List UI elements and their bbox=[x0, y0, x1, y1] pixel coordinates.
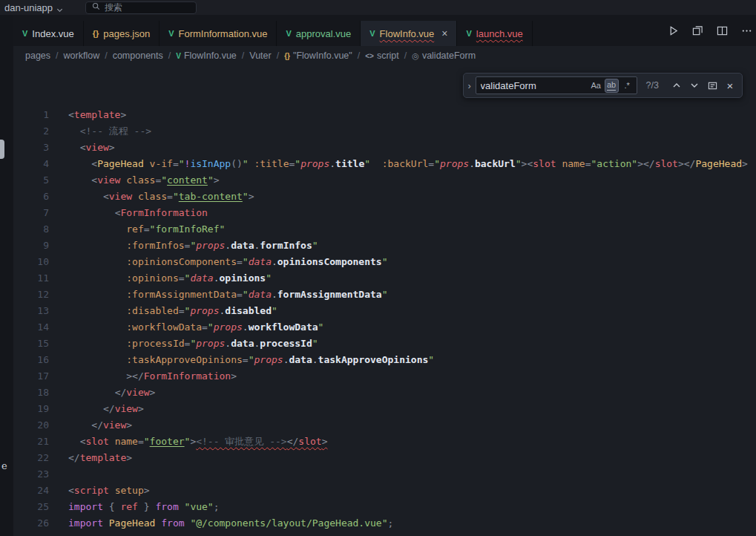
run-dev-button[interactable] bbox=[691, 24, 704, 37]
breadcrumb-item[interactable]: ◎validateForm bbox=[412, 50, 476, 61]
code-line[interactable]: 18 </view> bbox=[13, 385, 756, 401]
code-line[interactable]: 11 :opinions="data.opinions" bbox=[13, 270, 756, 287]
code-line[interactable]: 26import PageHead from "@/components/lay… bbox=[13, 515, 756, 532]
code-line[interactable]: 20 </view> bbox=[13, 417, 756, 434]
tab-pages.json[interactable]: {}pages.json bbox=[84, 21, 160, 46]
line-number: 11 bbox=[13, 270, 49, 287]
whole-word-button[interactable]: ab bbox=[605, 79, 619, 93]
code-line[interactable]: 24<script setup> bbox=[13, 483, 756, 499]
token: ; bbox=[214, 501, 220, 512]
find-input[interactable] bbox=[481, 80, 588, 91]
more-actions-button[interactable] bbox=[740, 24, 753, 37]
token: slot bbox=[533, 158, 556, 169]
code-line[interactable]: 4 <PageHead v-if="!isInApp()" :title="pr… bbox=[13, 156, 756, 172]
code-text: :opinionsComponents="data.opinionsCompon… bbox=[49, 254, 388, 270]
token: = bbox=[585, 158, 591, 169]
regex-button[interactable]: .* bbox=[620, 79, 634, 93]
code-line[interactable]: 6 <view class="tab-content"> bbox=[13, 189, 756, 205]
code-line[interactable]: 5 <view class="content"> bbox=[13, 172, 756, 189]
code-line[interactable]: 17 ></FormInformation> bbox=[13, 368, 756, 385]
code-line[interactable]: 1<template> bbox=[13, 107, 756, 123]
breadcrumb-item[interactable]: Vuter bbox=[249, 50, 271, 61]
token: :workflowData bbox=[126, 321, 202, 333]
left-strip: e bbox=[0, 15, 13, 536]
code-line[interactable]: 8 ref="formInfoRef" bbox=[13, 221, 756, 238]
code-text: <script setup> bbox=[49, 483, 150, 499]
next-match-button[interactable] bbox=[687, 78, 702, 93]
breadcrumb-item[interactable]: <>script bbox=[365, 50, 399, 61]
code-line[interactable]: 12 :formAssignmentData="data.formAssignm… bbox=[13, 287, 756, 303]
toggle-replace-chevron-icon[interactable]: › bbox=[464, 73, 476, 97]
global-search[interactable]: 搜索 bbox=[85, 1, 197, 14]
breadcrumb-separator: / bbox=[358, 50, 360, 61]
token: FormInformation bbox=[144, 370, 231, 382]
token: import bbox=[68, 517, 103, 529]
tab-FlowInfo.vue[interactable]: VFlowInfo.vue× bbox=[361, 21, 457, 46]
code-line[interactable]: 13 :disabled="props.disabled" bbox=[13, 303, 756, 319]
token: setup bbox=[115, 485, 144, 496]
code-line[interactable]: 2 <!-- 流程 --> bbox=[13, 123, 756, 140]
strip-handle[interactable] bbox=[0, 140, 4, 159]
token: "action" bbox=[591, 158, 638, 169]
token: class bbox=[126, 174, 155, 186]
token: < bbox=[91, 174, 97, 186]
code-text: <PageHead v-if="!isInApp()" :title="prop… bbox=[49, 156, 748, 172]
code-line[interactable]: 3 <view> bbox=[13, 140, 756, 156]
tab-FormInformation.vue[interactable]: VFormInformation.vue bbox=[160, 21, 277, 46]
code-line[interactable]: 10 :opinionsComponents="data.opinionsCom… bbox=[13, 254, 756, 270]
code-editor[interactable]: › Aa ab .* ?/3 bbox=[13, 65, 756, 536]
code-line[interactable]: 14 :workflowData="props.workflowData" bbox=[13, 319, 756, 336]
tab-label: FlowInfo.vue bbox=[380, 28, 435, 39]
code-line[interactable]: 7 <FormInformation bbox=[13, 205, 756, 221]
code-line[interactable]: 25import { ref } from "vue"; bbox=[13, 499, 756, 515]
token: view bbox=[115, 403, 138, 414]
token: data bbox=[249, 289, 272, 300]
code-text: :disabled="props.disabled" bbox=[49, 303, 277, 319]
token: props bbox=[254, 354, 283, 365]
find-in-selection-button[interactable] bbox=[705, 78, 720, 93]
token: formAssignmentData bbox=[277, 289, 382, 300]
tab-label: approval.vue bbox=[296, 28, 351, 39]
match-case-button[interactable]: Aa bbox=[589, 79, 603, 93]
tab-approval.vue[interactable]: Vapproval.vue bbox=[277, 21, 361, 46]
code-text: </template> bbox=[49, 450, 132, 466]
token: " bbox=[179, 158, 185, 169]
code-line[interactable]: 21 <slot name="footer"><!-- 审批意见 --></sl… bbox=[13, 434, 756, 450]
breadcrumb-separator: / bbox=[56, 50, 58, 61]
token: > bbox=[120, 109, 126, 120]
breadcrumb-separator: / bbox=[277, 50, 279, 61]
run-button[interactable] bbox=[666, 24, 680, 37]
tab-launch.vue[interactable]: Vlaunch.vue bbox=[457, 21, 532, 46]
close-find-button[interactable]: × bbox=[723, 78, 737, 93]
token: < bbox=[68, 485, 74, 496]
breadcrumb-item[interactable]: pages bbox=[25, 50, 50, 61]
code-line[interactable]: 19 </view> bbox=[13, 401, 756, 417]
token bbox=[370, 158, 382, 169]
line-number: 8 bbox=[13, 221, 49, 238]
token: " bbox=[312, 240, 318, 251]
token: > bbox=[144, 485, 150, 496]
code-line[interactable]: 9 :formInfos="props.data.formInfos" bbox=[13, 238, 756, 254]
project-menu[interactable]: dan-uniapp bbox=[4, 2, 63, 13]
code-line[interactable]: 23 bbox=[13, 466, 756, 483]
code-line[interactable]: 15 :processId="props.data.processId" bbox=[13, 336, 756, 352]
breadcrumb-item[interactable]: components bbox=[113, 50, 163, 61]
token: = bbox=[144, 223, 150, 235]
code-text: <FormInformation bbox=[49, 205, 208, 221]
split-editor-button[interactable] bbox=[715, 24, 729, 37]
breadcrumb-item[interactable]: {}"FlowInfo.vue" bbox=[284, 50, 352, 61]
tab-Index.vue[interactable]: VIndex.vue bbox=[13, 21, 84, 46]
previous-match-button[interactable] bbox=[669, 78, 684, 93]
token: = bbox=[202, 321, 208, 333]
breadcrumb-item[interactable]: workflow bbox=[64, 50, 100, 61]
line-number: 23 bbox=[13, 466, 49, 483]
token: " bbox=[434, 158, 440, 169]
token bbox=[109, 436, 115, 447]
code-line[interactable]: 22</template> bbox=[13, 450, 756, 466]
token: > bbox=[138, 403, 144, 414]
token: () bbox=[231, 158, 243, 169]
breadcrumb-item[interactable]: VFlowInfo.vue bbox=[176, 50, 237, 61]
vscode-window: dan-uniapp 搜索 e VIndex.vue{}pages.jsonVF… bbox=[0, 0, 756, 536]
code-line[interactable]: 16 :taskApproveOpinions="props.data.task… bbox=[13, 352, 756, 368]
close-icon[interactable]: × bbox=[441, 28, 447, 39]
